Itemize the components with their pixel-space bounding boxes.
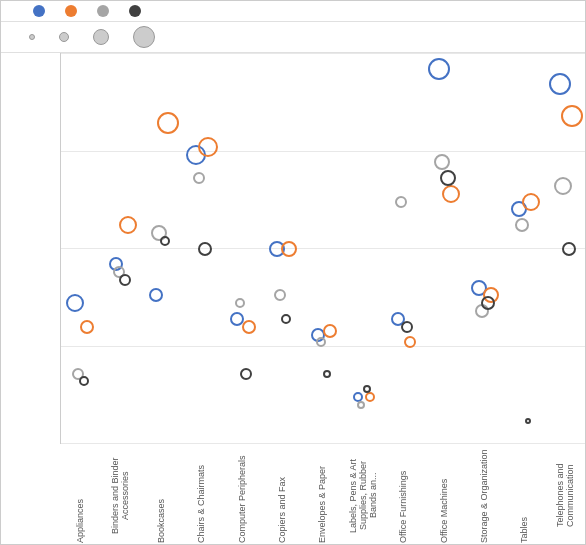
x-label-3: Chairs & Chairmats: [181, 448, 221, 543]
south-icon: [97, 5, 109, 17]
x-label-10: Storage & Organization: [464, 448, 504, 543]
size-item-2: [59, 32, 73, 42]
size-items: [29, 26, 159, 48]
x-label-11: Tables: [504, 448, 544, 543]
bubble-east-1: [119, 216, 137, 234]
size-legend-row: [1, 22, 585, 53]
bubble-south-8: [395, 196, 407, 208]
bubble-south-12: [554, 177, 572, 195]
central-icon: [33, 5, 45, 17]
bubble-west-1: [119, 274, 131, 286]
bubble-west-2: [160, 236, 170, 246]
bubble-west-7: [363, 385, 371, 393]
x-label-5: Copiers and Fax: [262, 448, 302, 543]
bubble-south-6: [316, 337, 326, 347]
bubble-central-2: [149, 288, 163, 302]
x-label-9: Office Machines: [424, 448, 464, 543]
bubble-east-4: [242, 320, 256, 334]
plot-area: [60, 53, 585, 444]
chart-area: AppliancesBinders and Binder Accessories…: [1, 53, 585, 544]
x-label-6: Envelopes & Paper: [302, 448, 342, 543]
size-circle-4: [133, 26, 155, 48]
x-axis: AppliancesBinders and Binder Accessories…: [60, 444, 585, 544]
bubble-east-6: [323, 324, 337, 338]
bubble-east-11: [522, 193, 540, 211]
grid-line: [61, 443, 585, 444]
x-label-0: Appliances: [60, 448, 100, 543]
grid-line: [61, 53, 585, 54]
legend-item-east: [65, 5, 81, 17]
bubble-west-6: [323, 370, 331, 378]
bubble-east-2: [157, 112, 179, 134]
bubble-south-7: [357, 401, 365, 409]
x-label-4: Computer Peripherals: [222, 448, 262, 543]
west-icon: [129, 5, 141, 17]
bubble-west-12: [562, 242, 576, 256]
bubble-east-7: [365, 392, 375, 402]
bubble-east-0: [80, 320, 94, 334]
east-icon: [65, 5, 77, 17]
bubble-east-5: [281, 241, 297, 257]
bubble-west-11: [525, 418, 531, 424]
y-axis: [15, 53, 60, 544]
bubble-south-5: [274, 289, 286, 301]
size-circle-3: [93, 29, 109, 45]
bubble-west-0: [79, 376, 89, 386]
legend-row: [1, 1, 585, 22]
bubble-west-3: [198, 242, 212, 256]
x-label-1: Binders and Binder Accessories: [100, 448, 140, 543]
legend-item-central: [33, 5, 49, 17]
bubble-west-5: [281, 314, 291, 324]
bubble-east-9: [442, 185, 460, 203]
bubble-central-12: [549, 73, 571, 95]
x-label-2: Bookcases: [141, 448, 181, 543]
y-label-wrapper: [1, 53, 15, 544]
bubble-south-9: [434, 154, 450, 170]
bubble-west-4: [240, 368, 252, 380]
plot-and-x: AppliancesBinders and Binder Accessories…: [60, 53, 585, 544]
bubble-central-0: [66, 294, 84, 312]
size-circle-1: [29, 34, 35, 40]
bubble-south-11: [515, 218, 529, 232]
x-label-7: Labels, Pens & Art Supplies, Rubber Band…: [343, 448, 383, 543]
grid-line: [61, 248, 585, 249]
size-item-1: [29, 34, 39, 40]
bubble-south-3: [193, 172, 205, 184]
size-item-4: [133, 26, 159, 48]
legend-item-west: [129, 5, 145, 17]
bubble-central-9: [428, 58, 450, 80]
bubble-west-10: [481, 296, 495, 310]
x-label-12: Telephones and Communication: [545, 448, 585, 543]
legend-item-south: [97, 5, 113, 17]
bubble-south-4: [235, 298, 245, 308]
bubble-east-3: [198, 137, 218, 157]
bubble-west-8: [401, 321, 413, 333]
bubble-east-8: [404, 336, 416, 348]
bubble-west-9: [440, 170, 456, 186]
x-label-8: Office Furnishings: [383, 448, 423, 543]
size-circle-2: [59, 32, 69, 42]
size-item-3: [93, 29, 113, 45]
bubble-east-12: [561, 105, 583, 127]
chart-container: AppliancesBinders and Binder Accessories…: [0, 0, 586, 545]
grid-line: [61, 151, 585, 152]
